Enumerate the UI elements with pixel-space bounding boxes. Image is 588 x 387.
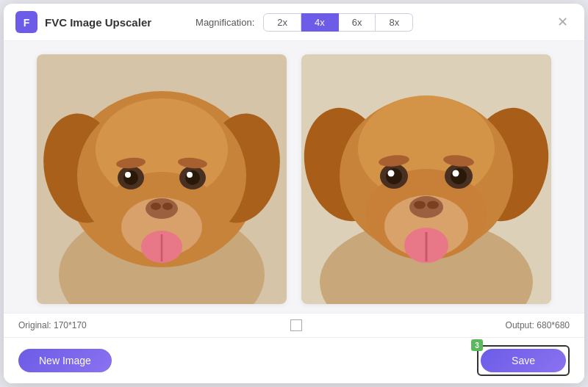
original-dog-image: [37, 54, 287, 304]
original-image-panel: [37, 54, 287, 304]
compare-icon-area: [87, 319, 506, 331]
mag-btn-2x[interactable]: 2x: [263, 13, 301, 32]
svg-point-34: [427, 201, 439, 209]
app-title: FVC Image Upscaler: [45, 16, 151, 29]
svg-text:F: F: [24, 17, 30, 29]
svg-point-38: [386, 168, 402, 184]
image-info-bar: Original: 170*170 Output: 680*680: [4, 313, 584, 337]
title-bar: F FVC Image Upscaler Magnification: 2x 4…: [4, 4, 584, 41]
compare-icon: [290, 319, 302, 331]
mag-btn-4x[interactable]: 4x: [301, 13, 339, 32]
mag-btn-8x[interactable]: 8x: [376, 13, 413, 32]
bottom-bar: New Image 3 Save: [4, 337, 584, 383]
main-content: [4, 41, 584, 313]
app-logo-icon: F: [15, 11, 37, 33]
svg-point-41: [451, 168, 467, 184]
svg-point-33: [414, 201, 426, 209]
original-size-label: Original: 170*170: [18, 320, 87, 330]
svg-point-11: [146, 198, 178, 219]
app-window: F FVC Image Upscaler Magnification: 2x 4…: [4, 4, 584, 383]
new-image-button[interactable]: New Image: [18, 349, 112, 372]
save-button[interactable]: Save: [481, 349, 566, 372]
svg-point-13: [162, 203, 173, 210]
save-button-wrapper: Save: [477, 345, 570, 376]
close-button[interactable]: ✕: [553, 14, 573, 30]
svg-point-20: [185, 170, 200, 185]
svg-point-17: [123, 170, 138, 185]
mag-btn-6x[interactable]: 6x: [339, 13, 376, 32]
svg-point-12: [151, 203, 161, 210]
svg-point-21: [187, 172, 193, 178]
output-image-panel: [301, 54, 551, 304]
svg-point-18: [125, 172, 131, 178]
svg-point-32: [409, 196, 443, 218]
output-dog-image: [301, 54, 551, 304]
magnification-label: Magnification:: [196, 17, 254, 28]
svg-point-39: [388, 170, 395, 177]
save-area: 3 Save: [477, 345, 570, 376]
save-badge: 3: [471, 339, 483, 351]
magnification-buttons: 2x 4x 6x 8x: [263, 13, 413, 32]
output-size-label: Output: 680*680: [506, 320, 570, 330]
svg-point-42: [453, 170, 459, 177]
